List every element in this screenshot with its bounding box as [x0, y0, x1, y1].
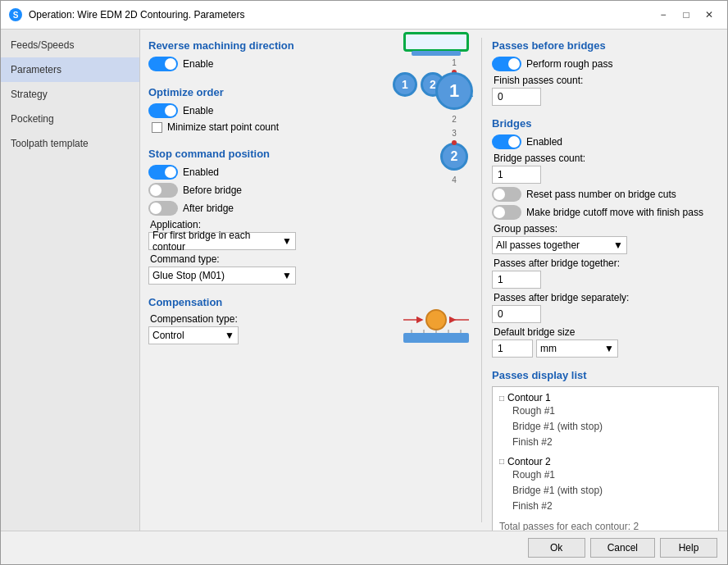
sidebar-item-toolpath-template[interactable]: Toolpath template	[1, 131, 139, 156]
bridge-unit-dropdown[interactable]: mm ▼	[536, 339, 618, 358]
default-bridge-size-label: Default bridge size	[492, 326, 719, 338]
passes-before-bridges-header: Passes before bridges	[492, 39, 719, 52]
svg-rect-3	[403, 333, 469, 343]
perform-rough-toggle[interactable]	[492, 57, 521, 71]
stop-before-bridge-toggle[interactable]	[148, 183, 178, 198]
stop-anchor-2-icon	[452, 140, 457, 145]
maximize-button[interactable]: □	[676, 6, 696, 24]
group-passes-dropdown-arrow: ▼	[613, 239, 623, 251]
finish-passes-label: Finish passes count:	[492, 75, 719, 86]
application-label: Application:	[148, 219, 473, 230]
sidebar-item-pocketing[interactable]: Pocketing	[1, 107, 139, 131]
optimize-enable-toggle[interactable]	[148, 103, 178, 118]
stop-after-bridge-label: After bridge	[183, 203, 234, 214]
reset-pass-toggle[interactable]	[492, 187, 521, 202]
stop-viz-bubble2-container: 2	[440, 143, 468, 171]
minimize-startpoint-label: Minimize start point count	[167, 121, 279, 133]
command-type-dropdown[interactable]: Glue Stop (M01) ▼	[148, 267, 296, 285]
reset-pass-row: Reset pass number on bridge cuts	[492, 187, 719, 202]
stop-viz-label-3: 3	[452, 129, 457, 138]
stop-bubble-2: 2	[440, 143, 468, 171]
passes-after-separately-row: Passes after bridge separately:	[492, 292, 719, 323]
passes-display-section: Passes display list □ Contour 1 Rough #1…	[492, 369, 719, 531]
stop-enabled-row: Enabled	[148, 165, 435, 180]
finish-passes-row: Finish passes count:	[492, 75, 719, 106]
total-passes-value: 2	[633, 521, 639, 531]
minimize-button[interactable]: −	[653, 6, 673, 24]
compensation-svg	[399, 305, 473, 346]
command-type-value: Glue Stop (M01)	[152, 270, 282, 281]
group-passes-dropdown[interactable]: All passes together ▼	[492, 236, 627, 254]
contour-1-collapse-icon[interactable]: □	[499, 394, 504, 403]
contour-2-items: Rough #1 Bridge #1 (with stop) Finish #2	[499, 467, 712, 515]
passes-after-together-row: Passes after bridge together:	[492, 257, 719, 289]
passes-after-separately-input[interactable]	[492, 305, 541, 323]
group-passes-row: Group passes: All passes together ▼	[492, 223, 719, 254]
stop-enabled-label: Enabled	[183, 166, 219, 178]
reverse-machining-section: Reverse machining direction ← → Enable	[148, 39, 473, 75]
passes-before-bridges-section: Passes before bridges Perform rough pass…	[492, 39, 719, 106]
contour-2-item-2: Bridge #1 (with stop)	[512, 483, 712, 499]
stop-enabled-toggle[interactable]	[148, 165, 178, 180]
perform-rough-row: Perform rough pass	[492, 57, 719, 71]
group-passes-value: All passes together	[496, 239, 613, 251]
window-title: Operation: Wire EDM 2D Contouring. Param…	[29, 9, 244, 21]
passes-after-separately-label: Passes after bridge separately:	[492, 292, 719, 303]
make-bridge-label: Make bridge cutoff move with finish pass	[526, 207, 703, 218]
sidebar-item-parameters[interactable]: Parameters	[1, 57, 139, 82]
perform-rough-label: Perform rough pass	[526, 58, 612, 70]
stop-after-bridge-row: After bridge	[148, 201, 473, 216]
stop-command-header: Stop command position	[148, 148, 473, 160]
default-bridge-value-input[interactable]	[492, 339, 533, 358]
total-passes-label: Total passes for each contour:	[499, 521, 630, 531]
help-button[interactable]: Help	[660, 538, 717, 558]
bridges-enabled-toggle[interactable]	[492, 134, 521, 149]
reverse-enable-toggle[interactable]	[148, 57, 178, 71]
stop-after-bridge-toggle[interactable]	[148, 201, 178, 216]
contour-1-group: □ Contour 1 Rough #1 Bridge #1 (with sto…	[499, 392, 712, 451]
sidebar: Feeds/Speeds Parameters Strategy Pocketi…	[1, 30, 140, 531]
stop-viz-label-4: 4	[452, 175, 457, 185]
stop-command-viz: 1 1 2 3 2 4	[435, 58, 473, 185]
command-type-dropdown-arrow: ▼	[282, 270, 292, 281]
bridges-enabled-row: Enabled	[492, 134, 719, 149]
minimize-startpoint-checkbox[interactable]	[152, 122, 162, 133]
sidebar-item-feeds-speeds[interactable]: Feeds/Speeds	[1, 33, 139, 57]
close-button[interactable]: ✕	[699, 6, 719, 24]
default-bridge-inputs: mm ▼	[492, 339, 719, 358]
right-column: Passes before bridges Perform rough pass…	[481, 38, 719, 522]
passes-display-header: Passes display list	[492, 369, 719, 381]
passes-after-together-label: Passes after bridge together:	[492, 257, 719, 269]
reverse-enable-row: Enable	[148, 57, 399, 71]
bridges-section: Bridges Enabled Bridge passes count:	[492, 117, 719, 358]
cancel-button[interactable]: Cancel	[590, 538, 655, 558]
main-panel: Reverse machining direction ← → Enable	[140, 30, 727, 531]
contour-2-collapse-icon[interactable]: □	[499, 457, 504, 466]
sidebar-item-strategy[interactable]: Strategy	[1, 82, 139, 107]
reverse-enable-label: Enable	[183, 58, 213, 70]
bridges-header: Bridges	[492, 117, 719, 130]
compensation-type-dropdown-arrow: ▼	[225, 330, 234, 341]
stop-before-bridge-row: Before bridge	[148, 183, 435, 198]
compensation-section: Compensation	[148, 296, 473, 349]
application-dropdown[interactable]: For first bridge in each contour ▼	[148, 232, 296, 250]
contour-2-header: □ Contour 2	[499, 456, 712, 467]
command-type-row: Command type: Glue Stop (M01) ▼	[148, 253, 473, 285]
stop-before-bridge-label: Before bridge	[183, 185, 242, 196]
default-bridge-size-row: Default bridge size mm ▼	[492, 326, 719, 358]
ok-button[interactable]: Ok	[528, 538, 585, 558]
finish-passes-input[interactable]	[492, 88, 541, 106]
compensation-viz	[399, 305, 473, 349]
make-bridge-row: Make bridge cutoff move with finish pass	[492, 205, 719, 220]
main-window: S Operation: Wire EDM 2D Contouring. Par…	[0, 0, 728, 565]
stop-bubble-1: 1	[435, 72, 473, 110]
passes-after-together-input[interactable]	[492, 271, 541, 289]
contour-1-header: □ Contour 1	[499, 392, 712, 403]
bridge-passes-input[interactable]	[492, 166, 541, 184]
bridge-passes-label: Bridge passes count:	[492, 153, 719, 164]
contour-2-label: Contour 2	[507, 456, 551, 467]
optimize-enable-label: Enable	[183, 105, 213, 116]
stop-viz-label-2: 2	[452, 115, 457, 124]
make-bridge-toggle[interactable]	[492, 205, 521, 220]
compensation-type-dropdown[interactable]: Control ▼	[148, 326, 239, 344]
